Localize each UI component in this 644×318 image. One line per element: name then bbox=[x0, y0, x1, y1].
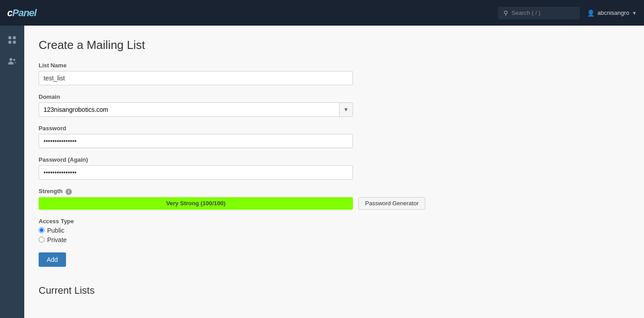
domain-group: Domain ▼ bbox=[39, 93, 353, 117]
current-lists-title: Current Lists bbox=[39, 285, 630, 296]
search-input[interactable] bbox=[512, 9, 574, 16]
svg-rect-1 bbox=[13, 36, 16, 39]
access-public-row[interactable]: Public bbox=[39, 227, 630, 234]
password-generator-button[interactable]: Password Generator bbox=[358, 197, 425, 210]
user-icon: 👤 bbox=[587, 9, 595, 17]
domain-dropdown-arrow[interactable]: ▼ bbox=[339, 103, 353, 116]
password-again-group: Password (Again) bbox=[39, 156, 353, 180]
access-private-row[interactable]: Private bbox=[39, 236, 630, 243]
search-icon: ⚲ bbox=[503, 9, 508, 17]
access-private-label: Private bbox=[47, 236, 67, 243]
user-menu[interactable]: 👤 abcnisangro ▼ bbox=[587, 9, 637, 17]
access-public-label: Public bbox=[47, 227, 64, 234]
strength-bar-wrapper: Very Strong (100/100) bbox=[39, 197, 353, 210]
search-bar[interactable]: ⚲ bbox=[498, 7, 580, 19]
domain-label: Domain bbox=[39, 93, 353, 100]
password-again-input[interactable] bbox=[39, 165, 353, 180]
list-name-label: List Name bbox=[39, 62, 353, 69]
access-type-group: Access Type Public Private bbox=[39, 218, 630, 243]
svg-rect-0 bbox=[9, 36, 11, 39]
svg-rect-3 bbox=[13, 41, 16, 44]
grid-icon bbox=[7, 35, 17, 45]
top-navbar: cPanel ⚲ 👤 abcnisangro ▼ bbox=[0, 0, 644, 26]
svg-point-5 bbox=[13, 59, 15, 61]
main-content: Create a Mailing List List Name Domain ▼… bbox=[24, 26, 644, 318]
strength-row: Very Strong (100/100) Password Generator bbox=[39, 197, 470, 210]
password-label: Password bbox=[39, 125, 353, 132]
password-group: Password bbox=[39, 125, 353, 148]
access-public-radio[interactable] bbox=[39, 227, 44, 233]
list-name-group: List Name bbox=[39, 62, 353, 85]
password-input[interactable] bbox=[39, 134, 353, 148]
svg-rect-2 bbox=[9, 41, 11, 44]
strength-bar-inner: Very Strong (100/100) bbox=[39, 197, 353, 210]
strength-bar-outer: Very Strong (100/100) bbox=[39, 197, 353, 210]
username-label: abcnisangro bbox=[597, 9, 629, 16]
chevron-down-icon: ▼ bbox=[632, 10, 637, 16]
svg-point-4 bbox=[9, 58, 12, 61]
sidebar-item-users[interactable] bbox=[3, 53, 21, 71]
strength-info-icon[interactable]: i bbox=[66, 189, 72, 195]
users-icon bbox=[7, 57, 17, 66]
brand-logo: cPanel bbox=[7, 7, 36, 19]
strength-section: Strength i Very Strong (100/100) Passwor… bbox=[39, 188, 630, 210]
page-title: Create a Mailing List bbox=[39, 38, 630, 52]
page-layout: Create a Mailing List List Name Domain ▼… bbox=[0, 26, 644, 318]
access-private-radio[interactable] bbox=[39, 237, 44, 243]
domain-select-wrapper: ▼ bbox=[39, 102, 353, 117]
access-type-label: Access Type bbox=[39, 218, 630, 225]
add-button[interactable]: Add bbox=[39, 252, 66, 267]
sidebar bbox=[0, 26, 24, 318]
domain-input[interactable] bbox=[39, 103, 339, 116]
sidebar-item-grid[interactable] bbox=[3, 31, 21, 49]
strength-label-text: Strength i bbox=[39, 188, 630, 195]
password-again-label: Password (Again) bbox=[39, 156, 353, 163]
list-name-input[interactable] bbox=[39, 71, 353, 85]
